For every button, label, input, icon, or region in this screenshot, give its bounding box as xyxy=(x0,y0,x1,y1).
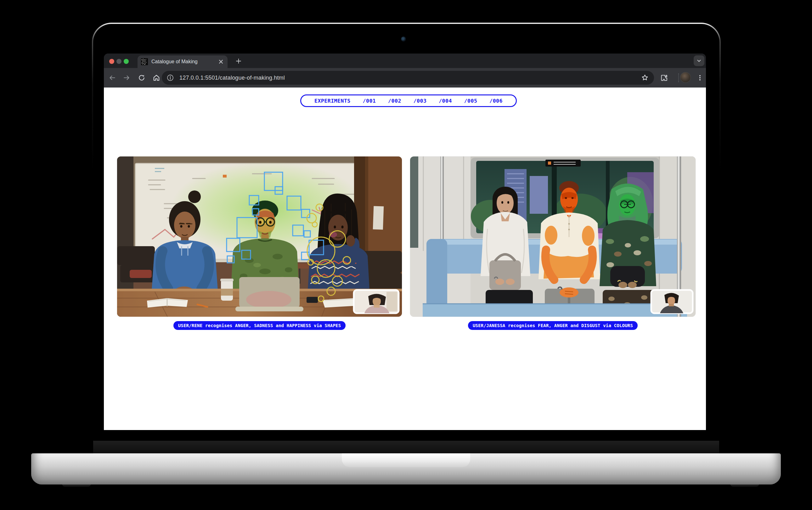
webcam-camera-dot xyxy=(401,36,406,41)
menu-kebab-icon[interactable] xyxy=(695,73,705,83)
address-bar[interactable]: 127.0.0.1:5501/catalogue-of-making.html xyxy=(162,71,654,85)
classroom-photo xyxy=(117,157,402,317)
bookmark-star-icon[interactable] xyxy=(641,74,649,82)
tab-search-chevron-button[interactable] xyxy=(694,55,704,66)
forward-button[interactable] xyxy=(121,73,132,83)
webpage: EXPERIMENTS /001 /002 /003 /004 /005 /00… xyxy=(104,87,706,430)
url-text[interactable]: 127.0.0.1:5501/catalogue-of-making.html xyxy=(179,75,641,81)
back-button[interactable] xyxy=(107,73,117,83)
profile-avatar[interactable] xyxy=(680,72,691,83)
new-tab-button[interactable] xyxy=(234,56,243,66)
minimize-window-button[interactable] xyxy=(116,59,121,64)
extensions-icon[interactable] xyxy=(659,73,670,83)
browser-toolbar: 127.0.0.1:5501/catalogue-of-making.html xyxy=(104,68,706,87)
toolbar-divider xyxy=(678,73,679,82)
reload-button[interactable] xyxy=(136,73,147,83)
nav-item-004[interactable]: /004 xyxy=(439,98,452,104)
tab-favicon xyxy=(141,58,148,65)
nav-item-001[interactable]: /001 xyxy=(363,98,376,104)
nav-item-006[interactable]: /006 xyxy=(489,98,503,104)
tab-title: Catalogue of Making xyxy=(151,59,217,64)
webcam-inset-janessa xyxy=(651,290,693,313)
desktop: Catalogue of Making xyxy=(0,0,812,510)
panel-shapes-experiment[interactable] xyxy=(117,157,402,317)
subway-photo xyxy=(410,157,696,317)
tab-close-icon[interactable] xyxy=(217,58,225,66)
site-info-icon[interactable] xyxy=(167,74,174,82)
zoom-window-button[interactable] xyxy=(124,59,129,64)
caption-shapes: USER/RENE recognises ANGER, SADNESS and … xyxy=(173,321,346,330)
tab-catalogue-of-making[interactable]: Catalogue of Making xyxy=(138,55,228,68)
close-window-button[interactable] xyxy=(109,59,114,64)
nav-item-005[interactable]: /005 xyxy=(464,98,477,104)
nav-item-003[interactable]: /003 xyxy=(413,98,427,104)
caption-colours: USER/JANESSA recognises FEAR, ANGER and … xyxy=(468,321,638,330)
browser-window: Catalogue of Making xyxy=(104,54,706,430)
nav-item-experiments[interactable]: EXPERIMENTS xyxy=(314,98,351,104)
webcam-inset-rene xyxy=(354,290,399,313)
nav-item-002[interactable]: /002 xyxy=(388,98,401,104)
tab-strip: Catalogue of Making xyxy=(104,54,706,68)
experiments-nav: EXPERIMENTS /001 /002 /003 /004 /005 /00… xyxy=(300,94,517,107)
home-button[interactable] xyxy=(151,73,162,83)
panel-colours-experiment[interactable] xyxy=(410,157,696,317)
laptop-base xyxy=(31,453,781,484)
base-thumb-notch xyxy=(342,453,470,467)
